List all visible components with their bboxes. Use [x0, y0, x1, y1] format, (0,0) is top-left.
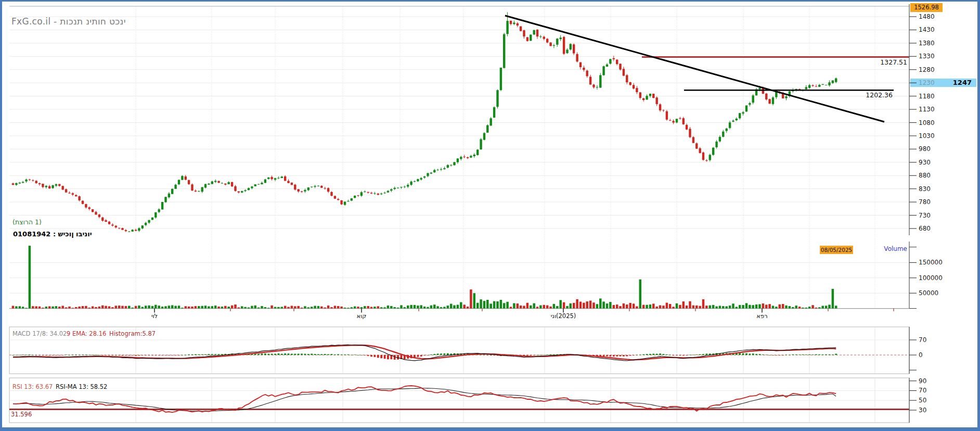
svg-text:1180: 1180: [919, 93, 935, 100]
svg-text:1130: 1130: [919, 106, 935, 113]
svg-text:830: 830: [919, 185, 931, 193]
svg-text:1280: 1280: [919, 66, 935, 73]
svg-text:930: 930: [919, 159, 931, 166]
volume-axis-title: Volume: [878, 245, 907, 252]
instrument-label: 01081942 : שיכון ובינוי: [11, 230, 94, 238]
chart-canvas[interactable]: 1480143013801330128012301180113010801030…: [0, 0, 980, 431]
resistance-price-label: 1327.51: [866, 58, 907, 66]
svg-text:90: 90: [919, 377, 926, 385]
svg-text:70: 70: [919, 387, 926, 394]
svg-text:1480: 1480: [919, 13, 935, 20]
current-price-label: 1247: [930, 79, 972, 87]
svg-text:880: 880: [919, 172, 931, 179]
svg-text:1030: 1030: [919, 132, 935, 140]
app-title: FxG.co.il - תוכנת ניתוח טכני: [11, 16, 126, 27]
x-axis-month-label: אפר: [739, 312, 785, 320]
macd-ema-label: 9 EMA: 28.16: [67, 330, 106, 337]
svg-text:1080: 1080: [919, 119, 935, 126]
last-date-badge: 08/05/2025: [820, 246, 853, 254]
svg-text:680: 680: [919, 225, 931, 232]
period-high-badge: 1526.98: [910, 3, 943, 12]
svg-text:1330: 1330: [919, 53, 935, 60]
config-label: (תצורה 1): [11, 218, 43, 226]
rsi-main-label: RSI 13: 63.67: [12, 383, 53, 390]
svg-text:100000: 100000: [919, 274, 943, 282]
svg-text:50: 50: [919, 397, 926, 404]
svg-text:780: 780: [919, 198, 931, 206]
svg-text:730: 730: [919, 212, 931, 219]
x-axis-month-label: אוק: [338, 312, 385, 320]
x-axis-month-label: ינו(2025): [540, 312, 587, 320]
rsi-oversold-label: 31.596: [11, 411, 32, 418]
svg-text:0: 0: [919, 351, 923, 359]
charting-app: { "app": {"title": "FxG.co.il - תוכנת ני…: [0, 0, 980, 431]
support-price-label: 1202.36: [851, 91, 893, 99]
svg-text:1380: 1380: [919, 40, 935, 47]
svg-text:70: 70: [919, 336, 926, 344]
svg-text:980: 980: [919, 145, 931, 153]
svg-text:30: 30: [919, 407, 926, 414]
macd-histogram-label: Histogram:5.87: [109, 330, 156, 337]
rsi-ma-label: RSI-MA 13: 58.52: [56, 383, 107, 390]
x-axis-month-label: יול: [131, 312, 178, 320]
svg-text:50000: 50000: [919, 289, 938, 297]
svg-text:150000: 150000: [919, 259, 943, 266]
svg-text:1430: 1430: [919, 26, 935, 33]
macd-main-label: MACD 17/8: 34.02: [12, 330, 67, 337]
